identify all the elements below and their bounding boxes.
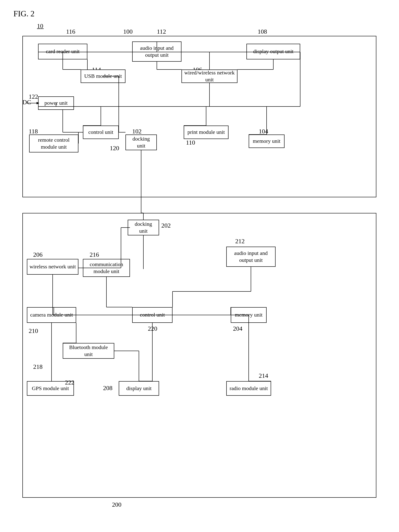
ref-220: 220 <box>148 325 157 332</box>
display-unit-box: display unit <box>119 381 159 396</box>
page: FIG. 2 10 100 116 112 108 card reader un… <box>0 0 399 532</box>
ref-110: 110 <box>186 139 195 146</box>
memory-unit-box-top: memory unit <box>249 134 285 148</box>
ref-120: 120 <box>110 145 119 152</box>
wired-wireless-box: wired/wireless network unit <box>181 70 237 83</box>
ref-206: 206 <box>33 251 43 258</box>
comm-module-box: communication module unit <box>83 259 130 277</box>
control-unit-box-top: control unit <box>83 126 119 139</box>
camera-module-box: camera module unit <box>27 307 76 323</box>
power-unit-box: power unit <box>38 96 74 110</box>
radio-module-box: radio module unit <box>226 381 271 396</box>
ref-dc: DC <box>22 99 31 106</box>
ref-212: 212 <box>235 238 245 245</box>
audio-io-box-bottom: audio input and output unit <box>226 247 275 267</box>
ref-204: 204 <box>233 325 242 332</box>
docking-unit-box-bottom: docking unit <box>128 220 159 235</box>
print-module-box: print module unit <box>184 126 229 139</box>
memory-unit-box-bottom: memory unit <box>231 307 267 323</box>
audio-io-box-top: audio input and output unit <box>132 41 181 62</box>
usb-module-box: USB module unit <box>81 70 125 83</box>
ref-112: 112 <box>157 28 166 35</box>
fig-label: FIG. 2 <box>13 9 35 18</box>
ref-222: 222 <box>65 379 74 386</box>
ref-108: 108 <box>258 28 267 35</box>
top-container <box>22 36 376 197</box>
ref-210: 210 <box>29 327 38 335</box>
ref-216: 216 <box>90 251 99 258</box>
display-output-box: display output unit <box>246 44 300 59</box>
ref-102: 102 <box>132 128 142 135</box>
control-unit-box-bottom: control unit <box>132 307 173 323</box>
ref-118: 118 <box>29 128 38 135</box>
ref-116: 116 <box>66 28 75 35</box>
docking-unit-box-top: docking unit <box>125 134 157 150</box>
remote-control-box: remote control module unit <box>29 134 78 152</box>
bluetooth-module-box: Bluetooth module unit <box>63 343 114 359</box>
ref-104: 104 <box>259 128 268 135</box>
ref-200: 200 <box>112 501 121 508</box>
ref-100: 100 <box>123 28 133 35</box>
card-reader-box: card reader unit <box>38 44 87 59</box>
ref-202: 202 <box>161 222 171 229</box>
ref-218: 218 <box>33 363 43 370</box>
ref-10: 10 <box>37 22 43 30</box>
ref-208: 208 <box>103 385 112 392</box>
ref-214: 214 <box>259 372 268 379</box>
wireless-network-box: wireless network unit <box>27 259 78 275</box>
